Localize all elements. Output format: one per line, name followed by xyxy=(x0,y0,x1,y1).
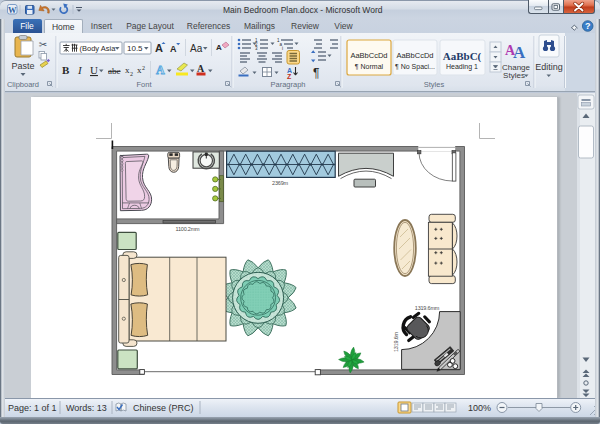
svg-text:AaBbCcDd: AaBbCcDd xyxy=(396,51,433,60)
svg-text:B: B xyxy=(62,64,70,76)
svg-text:¶ No Spaci...: ¶ No Spaci... xyxy=(395,63,435,71)
svg-text:Chinese (PRC): Chinese (PRC) xyxy=(133,403,194,413)
svg-text:A: A xyxy=(216,43,222,52)
svg-text:?: ? xyxy=(585,21,591,31)
svg-text:Clipboard: Clipboard xyxy=(7,80,39,89)
svg-text:abe: abe xyxy=(108,66,121,76)
svg-text:10.5: 10.5 xyxy=(127,44,143,53)
svg-text:A: A xyxy=(170,44,177,54)
svg-text:Editing: Editing xyxy=(535,62,563,72)
svg-text:Paste: Paste xyxy=(11,61,34,71)
svg-text:A: A xyxy=(156,63,165,77)
svg-text:2: 2 xyxy=(142,65,145,71)
svg-text:100%: 100% xyxy=(468,403,491,413)
svg-text:¶: ¶ xyxy=(313,66,319,80)
svg-text:Words: 13: Words: 13 xyxy=(66,403,107,413)
svg-text:A: A xyxy=(197,63,205,74)
svg-text:AaBbCcDd: AaBbCcDd xyxy=(350,51,387,60)
svg-text:Page: 1 of 1: Page: 1 of 1 xyxy=(8,403,57,413)
svg-text:Heading 1: Heading 1 xyxy=(446,63,478,71)
svg-text:3: 3 xyxy=(255,46,258,51)
svg-text:Aa: Aa xyxy=(190,43,203,54)
svg-text:Font: Font xyxy=(136,80,152,89)
svg-text:✂: ✂ xyxy=(39,39,47,50)
svg-text:AaBbC(: AaBbC( xyxy=(443,50,482,63)
svg-text:Paragraph: Paragraph xyxy=(270,80,305,89)
svg-text:2: 2 xyxy=(130,71,133,77)
svg-text:i: i xyxy=(282,46,283,51)
svg-text:A: A xyxy=(513,43,526,62)
svg-text:¶ Normal: ¶ Normal xyxy=(355,63,384,70)
svg-text:W: W xyxy=(8,5,17,15)
svg-text:I: I xyxy=(77,64,83,76)
svg-text:(Body Asia: (Body Asia xyxy=(80,44,117,53)
svg-text:Z: Z xyxy=(287,73,292,80)
svg-text:Styles: Styles xyxy=(424,80,445,89)
svg-text:U: U xyxy=(90,64,98,76)
svg-text:Styles: Styles xyxy=(503,71,525,80)
